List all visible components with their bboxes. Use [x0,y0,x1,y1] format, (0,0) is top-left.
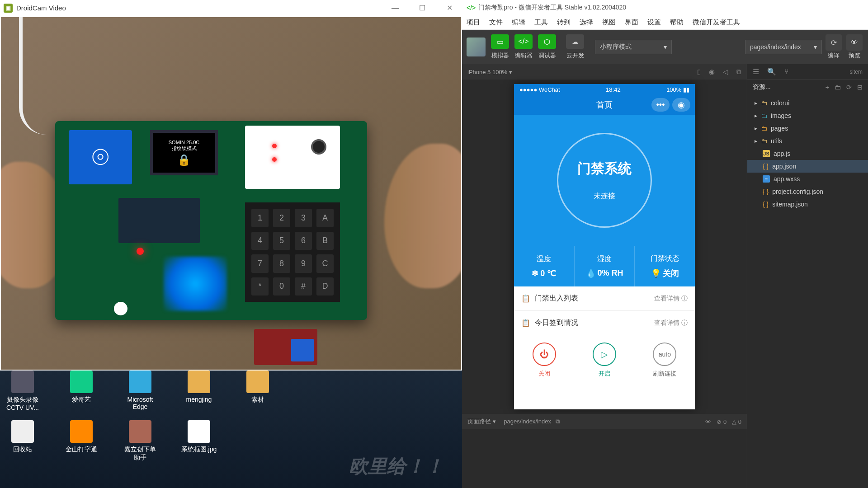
cloud-tab[interactable]: ☁云开发 [564,33,586,61]
menu-转到[interactable]: 转到 [557,18,571,27]
key-5: 5 [273,232,290,250]
close-capsule-button[interactable]: ◉ [672,98,690,112]
warning-count[interactable]: △ 0 [732,418,741,425]
desktop-icon[interactable]: mengjing [181,371,217,411]
key-0: 0 [273,277,290,296]
new-folder-icon[interactable]: 🗀 [835,84,841,91]
action-关闭[interactable]: ⏻关闭 [533,343,556,378]
action-开启[interactable]: ▷开启 [593,343,616,378]
list-row[interactable]: 📋门禁出入列表查看详情 ⓘ [514,286,695,311]
sitemap-tab[interactable]: sitem [849,69,863,75]
file-colorui[interactable]: ▸🗀colorui [747,97,868,109]
debugger-tab[interactable]: ⬡调试器 [536,33,558,61]
list-row[interactable]: 📋今日签到情况查看详情 ⓘ [514,311,695,335]
menu-文件[interactable]: 文件 [489,18,503,27]
fingerprint-sensor [164,257,227,311]
desktop-icon[interactable]: 摄像头录像CCTV UV... [5,371,41,411]
key-3: 3 [295,209,312,227]
keypad: 123A456B789C*0#D [245,202,340,302]
compile-button[interactable]: ⟳ [826,34,842,51]
file-images[interactable]: ▸🗀images [747,109,868,122]
search-icon[interactable]: 🔍 [767,67,776,76]
stat-box: 温度❄ 0 ℃ [514,246,575,286]
explorer-panel: ☰ 🔍 ⑂ sitem 资源... + 🗀 ⟳ ⊟ ▸🗀colorui▸🗀ima… [747,64,868,488]
rfid-module: ⦾ [69,130,132,184]
simulator-panel: iPhone 5 100% ▾ ▯ ◉ ◁ ⧉ ●●●●● WeChat 18:… [462,64,747,488]
user-avatar[interactable] [467,38,486,56]
file-project.config.json[interactable]: { }project.config.json [747,185,868,198]
key-#: # [295,277,312,296]
list-icon[interactable]: ☰ [753,67,759,76]
phone-content: 门禁系统 未连接 温度❄ 0 ℃湿度💧 0% RH门禁状态💡 关闭 📋门禁出入列… [514,115,695,409]
branch-icon[interactable]: ⑂ [784,68,789,76]
key-6: 6 [295,232,312,250]
simulator-tab[interactable]: ▭模拟器 [489,33,511,61]
desktop-icon[interactable]: 爱奇艺 [63,371,99,411]
pcb-board: ⦾ SOMIN 25.0C 指纹锁模式 🔒 123A456B789C*0#D [55,121,367,320]
sensor-module [245,126,340,189]
stat-box: 湿度💧 0% RH [575,246,635,286]
devtools-titlebar: </> 门禁考勤pro - 微信开发者工具 Stable v1.02.20040… [462,0,868,15]
window-icon[interactable]: ⧉ [736,68,741,76]
key-*: * [251,277,269,296]
simulator-header: iPhone 5 100% ▾ ▯ ◉ ◁ ⧉ [462,64,747,80]
menu-项目[interactable]: 项目 [467,18,480,27]
maximize-button[interactable]: ☐ [413,1,431,15]
menu-帮助[interactable]: 帮助 [670,18,684,27]
devtools-toolbar: ▭模拟器 </>编辑器 ⬡调试器 ☁云开发 小程序模式▾ pages/index… [462,30,868,64]
collapse-icon[interactable]: ⊟ [857,84,863,91]
minimize-button[interactable]: — [386,1,404,15]
key-1: 1 [251,209,269,227]
path-select[interactable]: pages/index/index▾ [745,40,822,54]
menu-设置[interactable]: 设置 [647,18,661,27]
file-sitemap.json[interactable]: { }sitemap.json [747,198,868,211]
droidcam-app-icon: ▣ [4,4,13,13]
editor-tab[interactable]: </>编辑器 [513,33,534,61]
mode-select[interactable]: 小程序模式▾ [595,40,672,54]
key-7: 7 [251,254,269,273]
copy-icon[interactable]: ⧉ [556,418,560,425]
devtools-window: </> 门禁考勤pro - 微信开发者工具 Stable v1.02.20040… [462,0,868,488]
file-app.wxss[interactable]: ≡app.wxss [747,173,868,185]
close-button[interactable]: ✕ [440,1,458,15]
desktop-icon[interactable]: 金山打字通 [63,420,99,462]
oled-display: SOMIN 25.0C 指纹锁模式 🔒 [150,130,218,175]
desktop-icon[interactable]: 回收站 [5,420,41,462]
refresh-icon[interactable]: ◉ [709,68,715,76]
menu-界面[interactable]: 界面 [625,18,638,27]
desktop-icon[interactable]: 素材 [240,371,276,411]
devtools-app-icon: </> [467,4,476,11]
preview-button[interactable]: 👁 [846,34,863,51]
key-9: 9 [295,254,312,273]
desktop-icon[interactable]: 系统框图.jpg [181,420,217,462]
red-led [137,248,144,255]
status-circle[interactable]: 门禁系统 未连接 [557,133,652,228]
phone-statusbar: ●●●●● WeChat 18:42 100% ▮▮ [514,84,695,95]
file-app.json[interactable]: { }app.json [747,160,868,173]
file-utils[interactable]: ▸🗀utils [747,135,868,147]
menu-编辑[interactable]: 编辑 [512,18,525,27]
new-file-icon[interactable]: + [826,84,829,91]
key-A: A [316,209,334,227]
key-D: D [316,277,334,296]
menu-选择[interactable]: 选择 [580,18,593,27]
error-count[interactable]: ⊘ 0 [717,418,726,425]
file-app.js[interactable]: JSapp.js [747,147,868,160]
desktop-icon[interactable]: Microsoft Edge [122,371,158,411]
key-2: 2 [273,209,290,227]
lock-icon: 🔒 [177,154,191,166]
menu-capsule-button[interactable]: ••• [651,98,670,112]
device-selector[interactable]: iPhone 5 100% ▾ [467,69,512,75]
refresh-tree-icon[interactable]: ⟳ [846,84,852,91]
device-icon[interactable]: ▯ [697,68,701,76]
menu-微信开发者工具[interactable]: 微信开发者工具 [693,18,740,27]
key-C: C [316,254,334,273]
menu-工具[interactable]: 工具 [534,18,548,27]
menu-视图[interactable]: 视图 [602,18,616,27]
file-pages[interactable]: ▸🗀pages [747,122,868,135]
visibility-icon[interactable]: 👁 [705,418,711,425]
action-刷新连接[interactable]: auto刷新连接 [653,343,676,378]
share-icon[interactable]: ◁ [723,68,728,76]
desktop-icon[interactable]: 嘉立创下单助手 [122,420,158,462]
relay-module [254,329,317,365]
